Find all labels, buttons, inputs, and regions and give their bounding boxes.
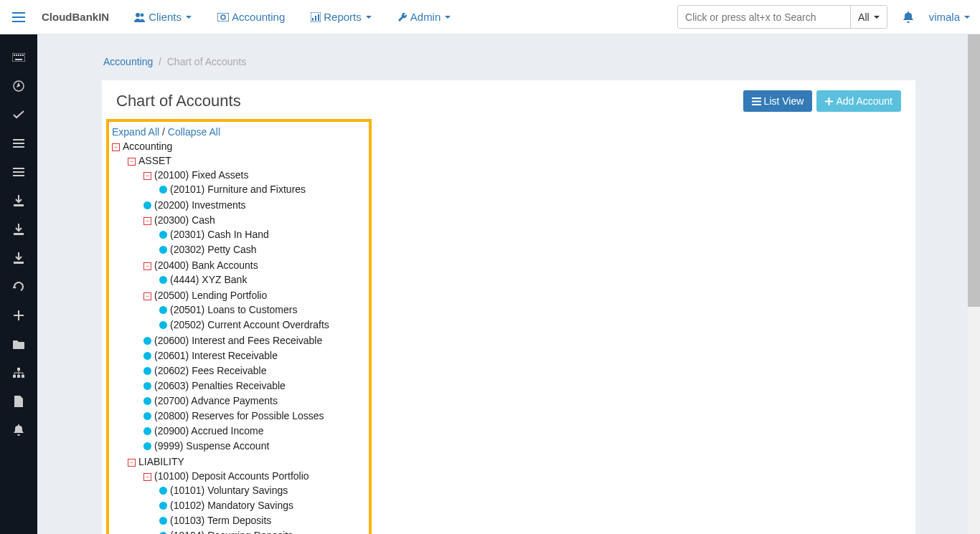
tree-node-20601[interactable]: (20601) Interest Receivable — [154, 350, 278, 361]
leaf-icon — [143, 442, 151, 450]
tree-node-20602[interactable]: (20602) Fees Receivable — [154, 365, 266, 376]
tree-collapse-icon[interactable]: − — [128, 158, 136, 166]
sidebar-document[interactable] — [0, 387, 37, 416]
card: Chart of Accounts List View Add Account … — [102, 80, 915, 534]
tree-node-10100[interactable]: (10100) Deposit Accounts Portfolio — [154, 470, 309, 482]
sidebar-checkin[interactable] — [0, 100, 37, 129]
tree-node-20502[interactable]: (20502) Current Account Overdrafts — [170, 319, 329, 330]
svg-rect-2 — [217, 13, 229, 22]
tree-node-20301[interactable]: (20301) Cash In Hand — [170, 229, 269, 240]
tree-node-asset[interactable]: ASSET — [138, 155, 171, 166]
tree-node-20100[interactable]: (20100) Fixed Assets — [154, 169, 249, 181]
download-icon — [14, 224, 24, 235]
tree-highlight-box: Expand All / Collapse All −Accounting −A… — [106, 119, 372, 534]
tree-node-20302[interactable]: (20302) Petty Cash — [170, 244, 257, 255]
sidebar-orgtree[interactable] — [0, 358, 37, 387]
expand-all-link[interactable]: Expand All — [112, 126, 159, 138]
tree-node-20101[interactable]: (20101) Furniture and Fixtures — [170, 183, 306, 195]
svg-rect-11 — [18, 54, 19, 56]
scrollbar[interactable] — [968, 34, 980, 534]
list-view-button[interactable]: List View — [743, 90, 813, 112]
svg-rect-9 — [14, 54, 15, 56]
list-icon — [752, 97, 761, 105]
add-account-button[interactable]: Add Account — [816, 90, 901, 112]
svg-rect-20 — [13, 171, 24, 173]
sidebar-journal[interactable] — [0, 272, 37, 301]
sidebar-download2[interactable] — [0, 215, 37, 244]
tree-node-20603[interactable]: (20603) Penalties Receivable — [154, 380, 286, 391]
leaf-icon — [143, 201, 151, 209]
svg-rect-17 — [13, 143, 24, 144]
tree-node-accounting[interactable]: Accounting — [123, 140, 172, 152]
list-icon — [13, 168, 24, 176]
nav-reports-label: Reports — [324, 11, 362, 23]
svg-rect-28 — [752, 104, 761, 105]
tree-node-20500[interactable]: (20500) Lending Portfolio — [154, 290, 267, 301]
tree-collapse-icon[interactable]: − — [112, 143, 120, 151]
nav-admin[interactable]: Admin — [387, 1, 462, 32]
user-name: vimala — [929, 11, 960, 23]
collapse-all-link[interactable]: Collapse All — [168, 126, 220, 138]
tree-node-20700[interactable]: (20700) Advance Payments — [154, 395, 278, 406]
tree-node-20600[interactable]: (20600) Interest and Fees Receivable — [154, 335, 322, 346]
tree-node-20400[interactable]: (20400) Bank Accounts — [154, 259, 258, 271]
user-menu[interactable]: vimala — [929, 11, 970, 23]
scroll-thumb[interactable] — [968, 34, 980, 307]
tree-collapse-icon[interactable]: − — [128, 459, 136, 467]
sidebar-notify[interactable] — [0, 416, 37, 444]
tree-collapse-icon[interactable]: − — [143, 473, 151, 481]
tree-node-20501[interactable]: (20501) Loans to Customers — [170, 304, 297, 315]
nav-reports[interactable]: Reports — [300, 1, 382, 32]
sidebar-keyboard[interactable] — [0, 43, 37, 72]
tree-node-20800[interactable]: (20800) Reserves for Possible Losses — [154, 410, 324, 421]
nav-accounting[interactable]: Accounting — [207, 1, 296, 32]
tree-node-10104[interactable]: (10104) Recurring Deposits — [170, 530, 293, 534]
sidebar-collection1[interactable] — [0, 129, 37, 158]
leaf-icon — [143, 412, 151, 420]
tree-node-9999[interactable]: (9999) Suspense Account — [154, 440, 269, 452]
tree-node-20200[interactable]: (20200) Investments — [154, 199, 246, 211]
refresh-icon — [13, 281, 24, 292]
tree-node-liability[interactable]: LIABILITY — [138, 456, 184, 467]
add-account-label: Add Account — [836, 95, 892, 107]
search-input[interactable] — [678, 6, 850, 28]
page-title: Chart of Accounts — [116, 92, 241, 110]
tree-node-20900[interactable]: (20900) Accrued Income — [154, 425, 264, 437]
nav-clients-label: Clients — [149, 11, 182, 23]
tree-collapse-icon[interactable]: − — [143, 262, 151, 270]
folder-icon — [13, 340, 24, 349]
sidebar-toggle-button[interactable] — [0, 0, 37, 34]
sidebar-navigate[interactable] — [0, 72, 37, 100]
breadcrumb-root[interactable]: Accounting — [103, 56, 153, 67]
tree-node-4444[interactable]: (4444) XYZ Bank — [170, 274, 247, 285]
svg-rect-24 — [17, 375, 20, 378]
download-icon — [14, 252, 24, 264]
sidebar-download3[interactable] — [0, 244, 37, 272]
download-icon — [14, 195, 24, 206]
tree-node-10102[interactable]: (10102) Mandatory Savings — [170, 500, 293, 511]
tree-controls: Expand All / Collapse All — [112, 126, 362, 138]
search-filter-dropdown[interactable]: All — [850, 6, 887, 28]
nav-clients[interactable]: Clients — [123, 1, 202, 32]
tree-node-20300[interactable]: (20300) Cash — [154, 214, 215, 226]
tree-collapse-icon[interactable]: − — [143, 292, 151, 300]
keyboard-icon — [12, 53, 25, 62]
tree-node-10103[interactable]: (10103) Term Deposits — [170, 515, 271, 526]
brand-logo[interactable]: CloudBankIN — [37, 11, 123, 23]
sidebar-collection2[interactable] — [0, 158, 37, 186]
svg-rect-21 — [13, 175, 24, 176]
sidebar-download1[interactable] — [0, 186, 37, 215]
tree-collapse-icon[interactable]: − — [143, 217, 151, 225]
svg-rect-26 — [752, 97, 761, 99]
notifications-button[interactable] — [896, 11, 920, 23]
caret-icon — [366, 16, 372, 19]
leaf-icon — [159, 487, 167, 495]
money-icon — [217, 13, 229, 22]
list-icon — [13, 139, 24, 148]
svg-rect-8 — [12, 53, 25, 62]
leaf-icon — [159, 517, 167, 525]
sidebar-coa[interactable] — [0, 330, 37, 358]
tree-node-10101[interactable]: (10101) Voluntary Savings — [170, 485, 288, 496]
sidebar-add[interactable] — [0, 301, 37, 330]
tree-collapse-icon[interactable]: − — [143, 172, 151, 180]
